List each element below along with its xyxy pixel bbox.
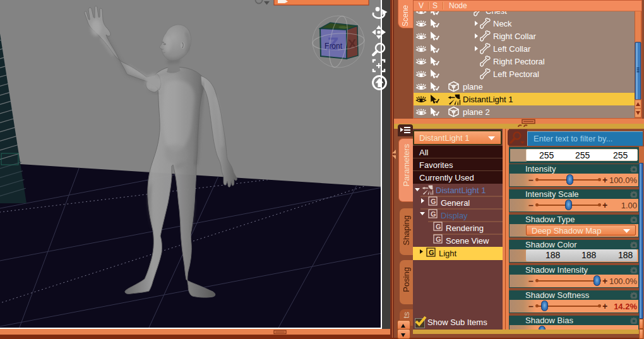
svg-text:Scene View: Scene View — [446, 236, 489, 246]
svg-text:Rendering: Rendering — [446, 223, 484, 233]
svg-text:Light: Light — [439, 249, 457, 258]
svg-text:Left Pectoral: Left Pectoral — [493, 69, 539, 79]
svg-text:Right Collar: Right Collar — [493, 32, 537, 41]
svg-text:plane: plane — [463, 82, 483, 92]
svg-text:DistantLight 1: DistantLight 1 — [436, 186, 486, 195]
svg-text:Right Pectoral: Right Pectoral — [493, 57, 545, 66]
svg-text:Left Collar: Left Collar — [493, 44, 531, 54]
svg-text:General: General — [441, 198, 470, 208]
svg-text:Front: Front — [325, 42, 343, 51]
svg-text:Display: Display — [441, 211, 468, 220]
svg-text:DistantLight 1: DistantLight 1 — [463, 95, 513, 104]
svg-text:plane 2: plane 2 — [463, 107, 490, 117]
svg-text:Neck: Neck — [493, 19, 512, 28]
